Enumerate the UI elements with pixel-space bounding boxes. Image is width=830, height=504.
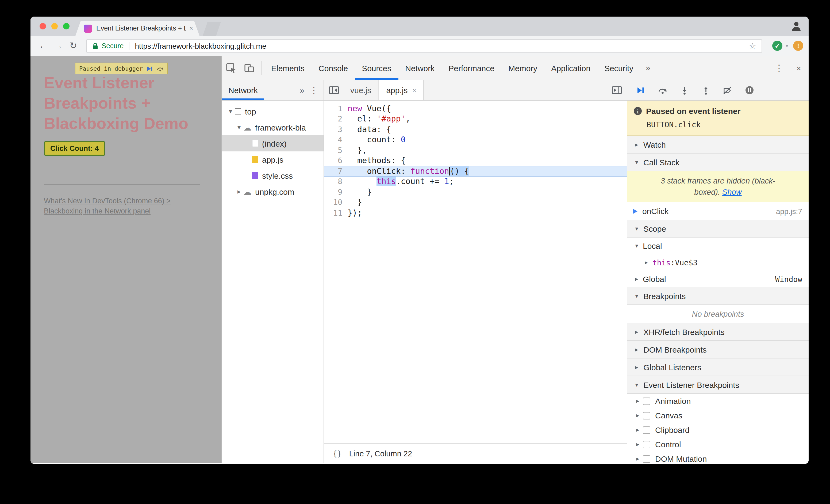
devtools-tab-security[interactable]: Security [597,56,640,80]
section-watch[interactable]: ▸ Watch [627,136,808,154]
chevron-down-icon[interactable]: ▾ [786,43,788,49]
section-global-listeners[interactable]: ▸ Global Listeners [627,358,808,376]
event-category-canvas[interactable]: ▸Canvas [627,408,808,423]
code-line-11[interactable]: 11}); [324,208,627,218]
more-tabs-icon[interactable]: » [640,63,656,73]
devtools-article-link[interactable]: What's New In DevTools (Chrome 66) > Bla… [44,196,170,216]
devtools-tab-sources[interactable]: Sources [355,56,398,80]
line-number[interactable]: 3 [324,125,348,134]
tree-item-framework-bla[interactable]: ▾☁framework-bla [222,119,324,135]
line-number[interactable]: 2 [324,115,348,123]
line-number[interactable]: 9 [324,188,348,196]
devtools-tab-performance[interactable]: Performance [442,56,501,80]
line-number[interactable]: 7 [324,167,348,176]
code-line-6[interactable]: 6 methods: { [324,155,627,166]
devtools-tab-application[interactable]: Application [544,56,597,80]
navigator-tab-network[interactable]: Network [222,80,264,100]
code-line-4[interactable]: 4 count: 0 [324,134,627,145]
scope-this-variable[interactable]: ▸ this: Vue$3 [627,254,808,271]
devtools-menu-icon[interactable]: ⋮ [769,62,789,73]
expand-arrow-icon[interactable]: ▸ [634,276,640,283]
browser-profile-icon[interactable] [792,22,801,31]
call-stack-frame[interactable]: onClick app.js:7 [627,202,808,220]
line-number[interactable]: 10 [324,198,348,207]
tree-item-top[interactable]: ▾top [222,103,324,119]
step-into-icon[interactable] [680,86,689,94]
section-xhr-breakpoints[interactable]: ▸ XHR/fetch Breakpoints [627,323,808,341]
line-number[interactable]: 6 [324,157,348,165]
event-category-clipboard[interactable]: ▸Clipboard [627,423,808,437]
code-line-2[interactable]: 2 el: '#app', [324,114,627,124]
category-checkbox[interactable] [643,412,650,419]
event-category-control[interactable]: ▸Control [627,437,808,451]
event-category-dom-mutation[interactable]: ▸DOM Mutation [627,451,808,463]
step-over-icon[interactable] [157,66,164,71]
collapse-arrow-icon[interactable]: ▾ [634,159,640,166]
devtools-close-icon[interactable]: × [789,63,808,72]
window-close-button[interactable] [39,23,46,29]
step-out-icon[interactable] [702,86,710,94]
expander-icon[interactable]: ▾ [235,124,243,131]
bookmark-star-icon[interactable]: ☆ [749,41,756,51]
tree-item-app-js[interactable]: app.js [222,151,324,167]
section-dom-breakpoints[interactable]: ▸ DOM Breakpoints [627,341,808,358]
code-line-10[interactable]: 10 } [324,197,627,208]
pretty-print-icon[interactable]: {} [333,449,342,458]
show-debugger-sidebar-icon[interactable] [606,80,627,100]
show-blackboxed-link[interactable]: Show [722,188,742,196]
event-category-animation[interactable]: ▸Animation [627,394,808,408]
code-line-5[interactable]: 5 }, [324,145,627,155]
category-checkbox[interactable] [643,397,650,405]
tree-item-index[interactable]: (index) [222,135,324,151]
code-editor[interactable]: 1new Vue({2 el: '#app',3 data: {4 count:… [324,101,627,443]
tree-item-style-css[interactable]: style.css [222,167,324,184]
expand-arrow-icon[interactable]: ▸ [635,455,641,462]
resume-script-icon[interactable] [636,86,645,94]
section-breakpoints[interactable]: ▾ Breakpoints [627,287,808,305]
back-button[interactable]: ← [36,40,51,51]
collapse-arrow-icon[interactable]: ▾ [634,292,640,300]
address-bar[interactable]: Secure https://framework-blackboxing.gli… [86,39,762,53]
editor-tab-app-js[interactable]: app.js× [379,80,423,100]
expand-arrow-icon[interactable]: ▸ [635,412,641,419]
line-number[interactable]: 5 [324,146,348,155]
inspect-element-icon[interactable] [222,62,240,73]
collapse-arrow-icon[interactable]: ▾ [634,225,640,232]
hide-navigator-icon[interactable] [324,80,343,100]
browser-tab[interactable]: Event Listener Breakpoints + B × [75,21,199,36]
navigator-more-tabs-icon[interactable]: » [300,86,304,95]
scope-local[interactable]: ▾ Local [627,238,808,254]
expand-arrow-icon[interactable]: ▸ [635,441,641,448]
url-text[interactable]: https://framework-blackboxing.glitch.me [135,41,745,50]
category-checkbox[interactable] [643,455,650,463]
close-tab-icon[interactable]: × [412,86,416,94]
section-call-stack[interactable]: ▾ Call Stack [627,154,808,171]
devtools-tab-elements[interactable]: Elements [264,56,312,80]
expander-icon[interactable]: ▾ [226,107,235,115]
expand-arrow-icon[interactable]: ▸ [634,328,640,335]
line-number[interactable]: 1 [324,104,348,113]
section-event-listener-breakpoints[interactable]: ▾ Event Listener Breakpoints [627,376,808,394]
frame-location[interactable]: app.js:7 [776,207,802,215]
extension-badge-green[interactable]: ✓ [772,41,783,51]
code-line-8[interactable]: 8 this.count += 1; [324,176,627,187]
line-number[interactable]: 4 [324,136,348,144]
code-line-9[interactable]: 9 } [324,187,627,197]
window-minimize-button[interactable] [51,23,58,29]
expand-arrow-icon[interactable]: ▸ [635,427,641,433]
code-line-3[interactable]: 3 data: { [324,124,627,134]
expander-icon[interactable]: ▸ [235,188,243,195]
resume-script-icon[interactable] [147,66,153,71]
collapse-arrow-icon[interactable]: ▸ [634,141,640,148]
expand-arrow-icon[interactable]: ▸ [634,346,640,353]
code-line-7[interactable]: 7 onClick: function() { [324,166,627,176]
deactivate-breakpoints-icon[interactable] [723,86,732,94]
expand-arrow-icon[interactable]: ▸ [635,398,641,405]
tab-close-icon[interactable]: × [189,25,193,32]
line-number[interactable]: 8 [324,177,348,186]
code-line-1[interactable]: 1new Vue({ [324,103,627,114]
section-scope[interactable]: ▾ Scope [627,220,808,238]
expand-arrow-icon[interactable]: ▸ [643,259,649,266]
editor-tab-vue-js[interactable]: vue.js [343,80,379,100]
forward-button[interactable]: → [51,40,66,51]
